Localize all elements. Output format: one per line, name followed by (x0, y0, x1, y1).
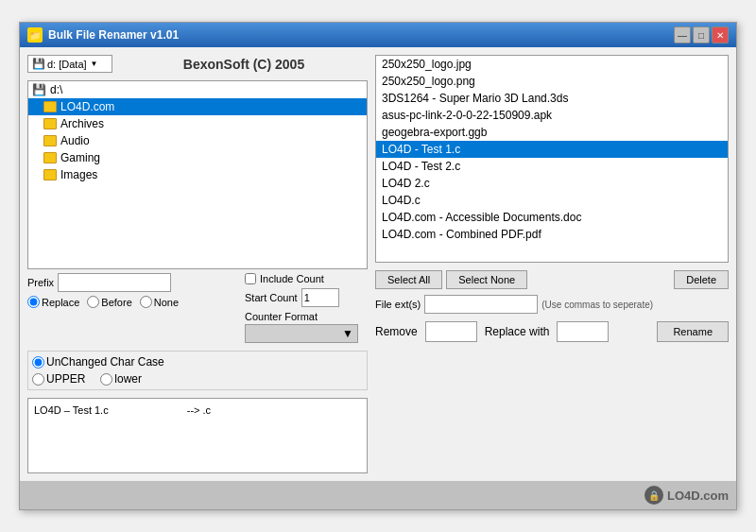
file-item[interactable]: LO4D.com - Accessible Documents.doc (376, 209, 728, 226)
file-item[interactable]: 250x250_logo.png (376, 73, 728, 90)
radio-lower[interactable]: lower (100, 372, 142, 386)
file-item[interactable]: LO4D - Test 2.c (376, 158, 728, 175)
tree-item-images[interactable]: Images (28, 166, 367, 183)
folder-icon (43, 135, 57, 146)
file-item[interactable]: LO4D.c (376, 192, 728, 209)
folder-icon (43, 169, 57, 180)
folder-icon (43, 152, 57, 163)
remove-replace-row: Remove Replace with Rename (375, 321, 729, 342)
file-item[interactable]: 3DS1264 - Super Mario 3D Land.3ds (376, 90, 728, 107)
left-panel: 💾 d: [Data] ▼ BexonSoft (C) 2005 💾 d:\ L… (27, 55, 368, 473)
main-content: 💾 d: [Data] ▼ BexonSoft (C) 2005 💾 d:\ L… (20, 47, 736, 481)
radio-none[interactable]: None (140, 296, 179, 308)
watermark-text: LO4D.com (667, 489, 729, 503)
file-item[interactable]: LO4D 2.c (376, 175, 728, 192)
bottom-bar: 🔒 LO4D.com (20, 481, 736, 509)
file-item[interactable]: asus-pc-link-2-0-0-22-150909.apk (376, 107, 728, 124)
minimize-button[interactable]: — (674, 26, 691, 43)
remove-label: Remove (375, 325, 418, 338)
header-title: BexonSoft (C) 2005 (120, 57, 368, 72)
file-ext-input[interactable] (424, 295, 538, 314)
preview-original: LO4D – Test 1.c (34, 404, 109, 416)
radio-group: Replace Before None (27, 296, 237, 308)
file-ext-row: File ext(s) (Use commas to seperate) (375, 295, 729, 314)
select-all-button[interactable]: Select All (375, 270, 442, 289)
file-item[interactable]: LO4D.com - Combined PDF.pdf (376, 226, 728, 243)
radio-before[interactable]: Before (87, 296, 131, 308)
prefix-label: Prefix (27, 277, 54, 288)
drive-label: d: [Data] (47, 59, 87, 70)
file-tree[interactable]: 💾 d:\ LO4D.com Archives Audio Gam (27, 80, 368, 269)
tree-item-archives[interactable]: Archives (28, 115, 367, 132)
chevron-down-icon: ▼ (91, 60, 98, 68)
preview-section: LO4D – Test 1.c --> .c (27, 398, 368, 473)
select-none-button[interactable]: Select None (446, 270, 527, 289)
prefix-section: Prefix Replace Before (27, 273, 237, 343)
include-count-label: Include Count (260, 273, 324, 284)
radio-unchanged[interactable]: UnChanged Char Case (32, 355, 164, 369)
file-item[interactable]: 250x250_logo.jpg (376, 56, 728, 73)
file-ext-label: File ext(s) (375, 299, 421, 310)
drive-icon: 💾 (32, 58, 45, 70)
preview-result: .c (203, 404, 212, 416)
folder-icon (43, 101, 57, 112)
counter-section: Include Count Start Count Counter Format… (245, 273, 368, 343)
close-button[interactable]: ✕ (712, 26, 729, 43)
include-count-row: Include Count (245, 273, 368, 284)
chevron-down-icon: ▼ (342, 327, 353, 340)
replace-with-label: Replace with (485, 325, 550, 338)
remove-input[interactable] (425, 321, 477, 342)
app-icon: 📁 (27, 27, 43, 43)
toolbar-row: 💾 d: [Data] ▼ BexonSoft (C) 2005 (27, 55, 368, 73)
window-title: Bulk File Renamer v1.01 (48, 28, 179, 42)
title-bar: 📁 Bulk File Renamer v1.01 — □ ✕ (20, 23, 736, 47)
radio-upper[interactable]: UPPER (32, 372, 85, 386)
file-action-buttons: Select All Select None Delete (375, 270, 729, 289)
counter-format-section: Counter Format ▼ (245, 311, 368, 343)
file-ext-hint: (Use commas to seperate) (541, 300, 653, 310)
drive-dropdown[interactable]: 💾 d: [Data] ▼ (27, 55, 112, 73)
start-count-row: Start Count (245, 288, 368, 307)
tree-item-lo4d[interactable]: LO4D.com (28, 98, 367, 115)
options-section: Prefix Replace Before (27, 273, 368, 343)
tree-item-gaming[interactable]: Gaming (28, 149, 367, 166)
include-count-checkbox[interactable] (245, 273, 256, 284)
case-section: UnChanged Char Case UPPER lower (27, 351, 368, 390)
counter-format-dropdown[interactable]: ▼ (245, 324, 358, 343)
file-item[interactable]: geogebra-export.ggb (376, 124, 728, 141)
radio-replace[interactable]: Replace (27, 296, 79, 308)
counter-format-label: Counter Format (245, 311, 368, 322)
watermark: 🔒 LO4D.com (644, 486, 729, 505)
case-row-2: UPPER lower (32, 372, 363, 386)
start-count-input[interactable] (301, 288, 339, 307)
preview-arrow: --> (187, 404, 200, 416)
maximize-button[interactable]: □ (693, 26, 710, 43)
watermark-icon: 🔒 (644, 486, 663, 505)
file-item-selected[interactable]: LO4D - Test 1.c (376, 141, 728, 158)
folder-icon (43, 118, 57, 129)
file-list[interactable]: 250x250_logo.jpg 250x250_logo.png 3DS126… (376, 56, 728, 262)
case-row: UnChanged Char Case (32, 355, 363, 369)
right-panel: 250x250_logo.jpg 250x250_logo.png 3DS126… (375, 55, 729, 473)
title-bar-left: 📁 Bulk File Renamer v1.01 (27, 27, 179, 43)
replace-with-input[interactable] (557, 321, 609, 342)
start-count-label: Start Count (245, 292, 298, 303)
tree-item-root[interactable]: 💾 d:\ (28, 81, 367, 98)
title-bar-controls: — □ ✕ (674, 26, 729, 43)
prefix-row: Prefix (27, 273, 237, 292)
delete-button[interactable]: Delete (674, 270, 729, 289)
tree-item-audio[interactable]: Audio (28, 132, 367, 149)
app-window: 📁 Bulk File Renamer v1.01 — □ ✕ 💾 d: [Da… (19, 22, 737, 510)
file-list-container: 250x250_logo.jpg 250x250_logo.png 3DS126… (375, 55, 729, 263)
prefix-input[interactable] (58, 273, 171, 292)
drive-tree-icon: 💾 (32, 83, 46, 96)
rename-button[interactable]: Rename (657, 321, 729, 342)
